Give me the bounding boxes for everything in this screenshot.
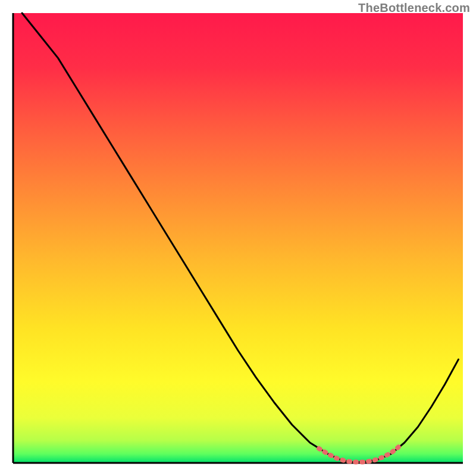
bottleneck-chart: [0, 0, 476, 476]
attribution-label: TheBottleneck.com: [358, 1, 470, 15]
chart-container: TheBottleneck.com: [0, 0, 476, 476]
plot-background: [13, 13, 463, 463]
